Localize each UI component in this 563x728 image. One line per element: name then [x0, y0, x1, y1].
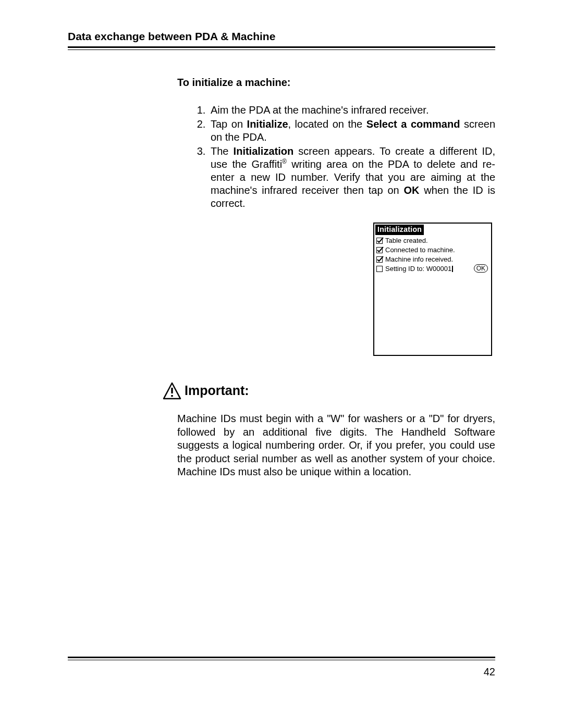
checkbox-unchecked-icon — [376, 266, 383, 272]
header-rule — [68, 46, 495, 50]
pda-title-bar: Initialization — [375, 225, 424, 235]
step-3-bold-2: OK — [403, 184, 419, 196]
section-heading: To initialize a machine: — [177, 76, 495, 89]
step-2-bold-1: Initialize — [247, 118, 288, 130]
warning-icon — [163, 382, 181, 400]
pda-item: Machine info received. — [376, 255, 489, 264]
step-3-text-pre: The — [211, 145, 234, 157]
step-2: Tap on Initialize, located on the Select… — [209, 118, 495, 144]
checkbox-checked-icon — [376, 256, 383, 263]
pda-item: Table created. — [376, 236, 489, 245]
pda-item-label: Setting ID to: W00001 — [385, 265, 453, 273]
important-heading: Important: — [163, 382, 495, 400]
page: Data exchange between PDA & Machine To i… — [0, 0, 563, 728]
step-3-bold-1: Initialization — [234, 145, 294, 157]
step-2-text-mid: , located on the — [288, 118, 366, 130]
pda-status-list: Table created. Connected to machine. Mac… — [376, 236, 489, 274]
footer-rule — [68, 657, 495, 660]
important-body: Machine IDs must begin with a "W" for wa… — [177, 412, 495, 479]
step-1-text: Aim the PDA at the machine's infrared re… — [211, 104, 429, 116]
step-3: The Initialization screen appears. To cr… — [209, 145, 495, 210]
pda-item: Setting ID to: W00001 — [376, 264, 489, 274]
svg-rect-1 — [171, 388, 173, 393]
pda-item: Connected to machine. — [376, 245, 489, 255]
pda-item-label: Table created. — [385, 237, 428, 245]
text-cursor-icon — [452, 266, 453, 272]
step-2-bold-2: Select a command — [366, 118, 460, 130]
checkbox-checked-icon — [376, 247, 383, 253]
steps-list: Aim the PDA at the machine's infrared re… — [177, 104, 495, 210]
step-2-text-pre: Tap on — [211, 118, 247, 130]
content-block: To initialize a machine: Aim the PDA at … — [177, 76, 495, 479]
pda-item-label: Machine info received. — [385, 255, 453, 264]
pda-screenshot: Initialization Table created. Connected … — [373, 223, 492, 356]
pda-ok-button: OK — [474, 264, 488, 273]
important-label: Important: — [185, 382, 249, 399]
svg-rect-2 — [171, 395, 173, 397]
pda-screenshot-wrap: Initialization Table created. Connected … — [177, 223, 492, 356]
page-number: 42 — [484, 666, 495, 678]
page-header-title: Data exchange between PDA & Machine — [68, 30, 495, 46]
checkbox-checked-icon — [376, 238, 383, 244]
pda-item-label: Connected to machine. — [385, 246, 455, 254]
important-block: Important: Machine IDs must begin with a… — [163, 382, 495, 479]
step-1: Aim the PDA at the machine's infrared re… — [209, 104, 495, 117]
registered-mark: ® — [282, 158, 287, 165]
pda-item-label-text: Setting ID to: W00001 — [385, 265, 451, 273]
